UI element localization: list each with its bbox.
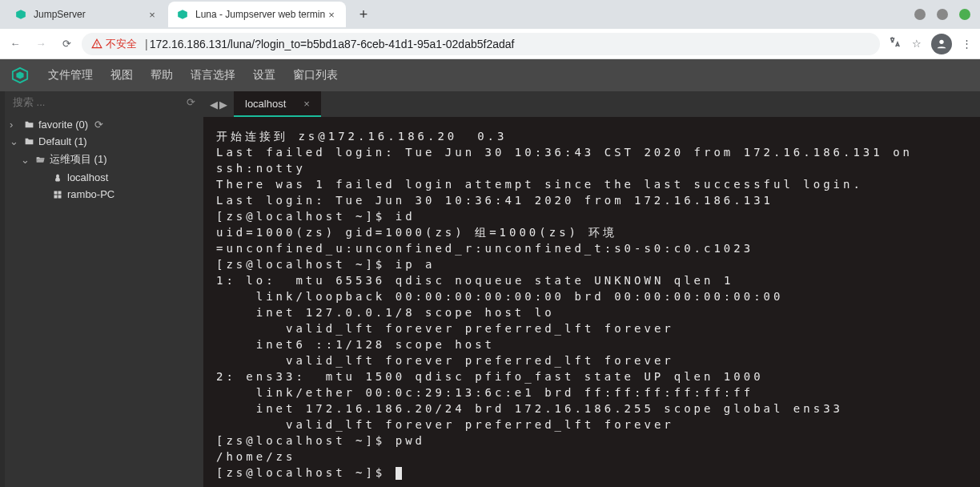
translate-icon[interactable] [888, 35, 902, 52]
chevron-right-icon: › [10, 119, 19, 131]
window-close-icon[interactable] [959, 9, 970, 20]
menu-window-list[interactable]: 窗口列表 [293, 68, 338, 83]
sidebar: ⟳ › favorite (0) ⟳ ⌄ Default (1) ⌄ 运维项 [5, 91, 203, 487]
tab-title: JumpServer [34, 9, 146, 20]
tree-project[interactable]: ⌄ 运维项目 (1) [5, 150, 203, 169]
close-icon[interactable]: × [325, 8, 338, 21]
tab-title: Luna - Jumpserver web termin [195, 9, 325, 20]
svg-rect-10 [54, 195, 58, 198]
forward-button[interactable]: → [34, 38, 48, 50]
bookmark-icon[interactable]: ☆ [912, 38, 922, 50]
chevron-down-icon: ⌄ [21, 154, 30, 166]
back-button[interactable]: ← [8, 38, 22, 50]
terminal-tab-label: localhost [245, 98, 286, 110]
profile-avatar[interactable] [931, 34, 952, 54]
menu-view[interactable]: 视图 [110, 68, 133, 83]
tree-label: rambo-PC [67, 188, 114, 200]
tree-favorite[interactable]: › favorite (0) ⟳ [5, 116, 203, 133]
svg-marker-1 [178, 10, 187, 19]
tree-label: 运维项目 (1) [50, 152, 107, 167]
tab-prev-icon[interactable]: ◀ [210, 99, 218, 111]
menu-file-manage[interactable]: 文件管理 [48, 68, 93, 83]
terminal-tab-bar: ◀ ▶ localhost × [203, 91, 980, 117]
insecure-warning: 不安全 [91, 37, 137, 51]
tab-next-icon[interactable]: ▶ [219, 99, 227, 111]
search-input[interactable] [13, 96, 187, 108]
folder-icon [22, 119, 35, 130]
linux-icon [51, 173, 64, 183]
refresh-icon[interactable]: ⟳ [187, 96, 195, 108]
svg-point-3 [96, 46, 97, 46]
menu-settings[interactable]: 设置 [253, 68, 275, 83]
svg-rect-9 [58, 191, 62, 194]
folder-open-icon [34, 155, 46, 165]
svg-marker-6 [16, 71, 23, 78]
new-tab-button[interactable]: + [352, 3, 375, 26]
svg-point-4 [939, 39, 943, 43]
menu-help[interactable]: 帮助 [151, 68, 173, 83]
svg-rect-8 [54, 191, 58, 194]
tree-default[interactable]: ⌄ Default (1) [5, 133, 203, 150]
browser-tab-strip: JumpServer × Luna - Jumpserver web termi… [0, 0, 980, 29]
terminal-tab-localhost[interactable]: localhost × [234, 91, 321, 117]
app-menu-bar: 文件管理 视图 帮助 语言选择 设置 窗口列表 [0, 59, 980, 91]
window-controls [914, 9, 980, 20]
svg-point-7 [56, 174, 59, 178]
terminal-output[interactable]: 开始连接到 zs@172.16.186.20 0.3 Last failed l… [203, 117, 980, 487]
tree-host-rambo-pc[interactable]: rambo-PC [5, 186, 203, 203]
menu-language[interactable]: 语言选择 [191, 68, 235, 83]
tree-label: Default (1) [38, 135, 87, 147]
tree-label: localhost [67, 171, 108, 183]
window-maximize-icon[interactable] [937, 9, 948, 20]
tab-favicon-icon [176, 8, 189, 21]
chevron-down-icon: ⌄ [10, 135, 19, 147]
close-icon[interactable]: × [146, 8, 159, 21]
tab-favicon-icon [14, 8, 27, 21]
tree-label: favorite (0) [38, 119, 88, 131]
window-minimize-icon[interactable] [914, 9, 926, 20]
browser-tab-jumpserver[interactable]: JumpServer × [6, 2, 167, 27]
address-bar: ← → ⟳ 不安全 | 172.16.186.131/luna/?login_t… [0, 29, 980, 59]
menu-icon[interactable]: ⋮ [962, 38, 972, 50]
url-text: 172.16.186.131/luna/?login_to=b5bd1a87-6… [150, 38, 515, 50]
url-input[interactable]: 不安全 | 172.16.186.131/luna/?login_to=b5bd… [82, 33, 880, 55]
svg-marker-0 [16, 10, 26, 19]
reload-button[interactable]: ⟳ [59, 38, 74, 50]
main-panel: ◀ ▶ localhost × 开始连接到 zs@172.16.186.20 0… [203, 91, 980, 487]
close-icon[interactable]: × [303, 98, 310, 110]
app-logo-icon [10, 65, 30, 86]
folder-icon [22, 136, 35, 147]
windows-icon [51, 190, 64, 199]
reload-icon[interactable]: ⟳ [94, 119, 103, 131]
asset-tree: › favorite (0) ⟳ ⌄ Default (1) ⌄ 运维项目 (1… [5, 113, 203, 206]
tree-host-localhost[interactable]: localhost [5, 169, 203, 186]
svg-rect-11 [58, 195, 62, 198]
insecure-label: 不安全 [106, 37, 137, 51]
browser-tab-luna[interactable]: Luna - Jumpserver web termin × [168, 2, 346, 27]
